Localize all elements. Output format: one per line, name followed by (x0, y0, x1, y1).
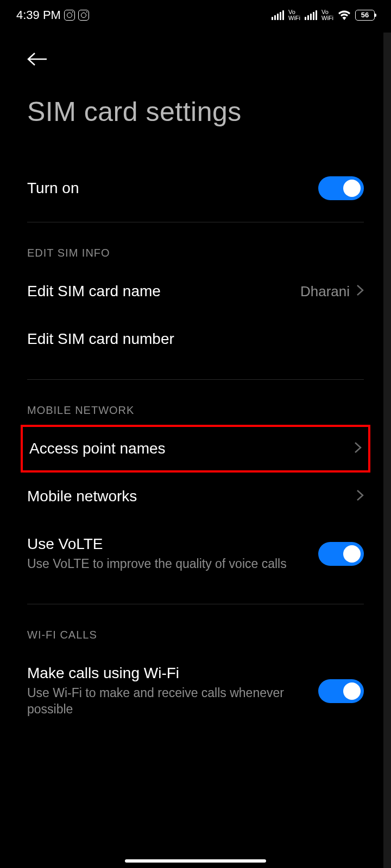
edit-sim-name-label: Edit SIM card name (27, 283, 300, 300)
wifi-calls-toggle[interactable] (318, 679, 364, 703)
chevron-right-icon (354, 442, 362, 456)
page-header: SIM card settings (0, 30, 391, 133)
edit-sim-name-row[interactable]: Edit SIM card name Dharani (27, 267, 364, 315)
turn-on-label: Turn on (27, 180, 318, 197)
instagram-icon (64, 10, 75, 21)
apn-label: Access point names (29, 440, 354, 457)
status-bar: 4:39 PM VoWiFi VoWiFi 56 (0, 0, 391, 30)
signal-icon (272, 10, 284, 20)
scrollbar-track (383, 33, 391, 868)
wifi-calls-label: Make calls using Wi-Fi (27, 665, 318, 682)
wifi-icon (338, 9, 351, 22)
vowifi-label: VoWiFi (288, 9, 300, 21)
chevron-right-icon (356, 489, 364, 503)
highlight-annotation: Access point names (21, 425, 370, 473)
volte-label: Use VoLTE (27, 535, 318, 553)
instagram-icon (78, 10, 89, 21)
edit-sim-number-label: Edit SIM card number (27, 330, 364, 348)
section-wifi-calls: WI-FI CALLS (27, 604, 364, 649)
status-left: 4:39 PM (16, 8, 89, 22)
volte-row[interactable]: Use VoLTE Use VoLTE to improve the quali… (27, 520, 364, 588)
edit-sim-name-value: Dharani (300, 283, 350, 300)
volte-subtitle: Use VoLTE to improve the quality of voic… (27, 556, 318, 572)
wifi-calls-row[interactable]: Make calls using Wi-Fi Use Wi-Fi to make… (27, 649, 364, 733)
section-edit-sim-info: EDIT SIM INFO (27, 222, 364, 267)
mobile-networks-row[interactable]: Mobile networks (27, 473, 364, 520)
chevron-right-icon (356, 284, 364, 298)
section-mobile-network: MOBILE NETWORK (27, 380, 364, 425)
signal-icon (305, 10, 317, 20)
edit-sim-number-row[interactable]: Edit SIM card number (27, 315, 364, 363)
home-indicator[interactable] (125, 859, 266, 863)
status-time: 4:39 PM (16, 8, 61, 22)
battery-icon: 56 (355, 10, 375, 21)
page-title: SIM card settings (27, 96, 364, 127)
wifi-calls-subtitle: Use Wi-Fi to make and receive calls when… (27, 685, 318, 718)
mobile-networks-label: Mobile networks (27, 488, 356, 505)
settings-list: Turn on EDIT SIM INFO Edit SIM card name… (0, 133, 391, 733)
back-button[interactable] (27, 52, 48, 69)
turn-on-toggle[interactable] (318, 176, 364, 200)
battery-level: 56 (361, 11, 369, 19)
status-right: VoWiFi VoWiFi 56 (272, 9, 375, 22)
volte-toggle[interactable] (318, 542, 364, 566)
turn-on-row[interactable]: Turn on (27, 133, 364, 222)
vowifi-label: VoWiFi (321, 9, 333, 21)
apn-row[interactable]: Access point names (29, 427, 362, 470)
